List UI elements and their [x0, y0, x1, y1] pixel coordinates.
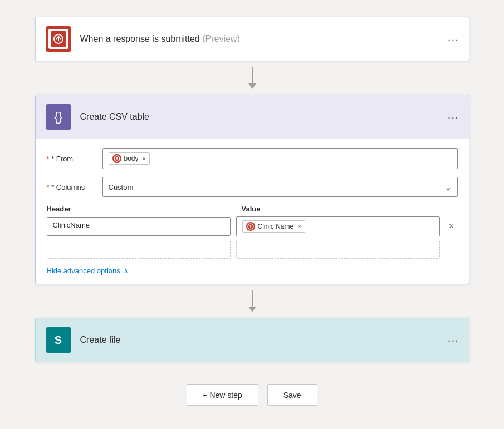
step2-block: {} Create CSV table ··· * * From	[35, 95, 469, 284]
from-tag-text: body	[124, 155, 139, 162]
step2-header[interactable]: {} Create CSV table ···	[36, 95, 469, 139]
header-empty-input[interactable]	[47, 240, 231, 259]
hide-advanced-chevron-icon: ∧	[124, 267, 128, 274]
arrow-line2	[252, 290, 253, 307]
value-tag-1-text: Clinic Name	[258, 223, 294, 230]
hide-advanced-link[interactable]: Hide advanced options ∧	[47, 267, 458, 275]
arrow-head1	[248, 83, 256, 89]
header-input-1[interactable]: ClinicName	[47, 217, 231, 236]
columns-header: Header Value	[47, 205, 458, 213]
variable-icon: {}	[54, 110, 62, 124]
columns-label-text: * Columns	[51, 183, 85, 191]
step1-title-text: When a response is submitted	[80, 34, 200, 43]
step3-title: Create file	[80, 335, 448, 345]
arrow-head2	[248, 307, 256, 312]
chevron-down-icon: ⌄	[444, 182, 452, 193]
columns-label: * * Columns	[47, 183, 102, 191]
value-tag-1-close[interactable]: ×	[297, 223, 301, 230]
step1-menu[interactable]: ···	[448, 33, 459, 46]
empty-row-spacer	[446, 240, 458, 259]
header-input-1-text: ClinicName	[53, 221, 90, 229]
from-tag-icon	[112, 154, 121, 163]
value-tag-1[interactable]: Clinic Name ×	[242, 220, 305, 233]
columns-row: * * Columns Custom ⌄	[47, 177, 458, 197]
connector2	[248, 284, 256, 318]
step3-header[interactable]: S Create file ···	[36, 318, 469, 362]
connector1	[248, 61, 256, 95]
step1-header[interactable]: When a response is submitted (Preview) ·…	[36, 17, 469, 61]
step2-title: Create CSV table	[80, 112, 448, 122]
from-label: * * From	[47, 155, 102, 163]
step1-icon	[46, 26, 71, 52]
hide-advanced-text: Hide advanced options	[47, 267, 120, 275]
columns-value: Custom	[109, 183, 134, 191]
step2-menu[interactable]: ···	[448, 111, 459, 124]
columns-section: Header Value ClinicName	[47, 205, 458, 259]
bottom-buttons: + New step Save	[187, 384, 317, 406]
step3-menu[interactable]: ···	[448, 334, 459, 347]
from-label-text: * From	[51, 155, 73, 163]
from-tag-close[interactable]: ×	[143, 155, 146, 162]
columns-select[interactable]: Custom ⌄	[102, 177, 458, 197]
column-row-1: ClinicName Clinic Name	[47, 216, 458, 236]
step1-preview: (Preview)	[202, 34, 240, 43]
step3-block: S Create file ···	[35, 318, 469, 362]
from-tag[interactable]: body ×	[109, 152, 150, 165]
value-empty-input[interactable]	[236, 240, 440, 259]
save-button[interactable]: Save	[267, 384, 317, 406]
header-col-label: Header	[47, 205, 236, 213]
step2-body: * * From body ×	[36, 139, 469, 284]
from-input[interactable]: body ×	[102, 148, 458, 169]
from-row: * * From body ×	[47, 148, 458, 169]
step2-icon: {}	[46, 104, 71, 130]
flow-container: When a response is submitted (Preview) ·…	[35, 17, 469, 406]
sharepoint-icon: S	[55, 334, 62, 347]
step1-title: When a response is submitted (Preview)	[80, 34, 448, 44]
new-step-button[interactable]: + New step	[187, 384, 258, 406]
row1-delete[interactable]: ×	[446, 221, 458, 231]
step1-block: When a response is submitted (Preview) ·…	[35, 17, 469, 61]
enterprise-svg	[51, 31, 66, 47]
arrow-line1	[252, 67, 253, 83]
step3-icon: S	[46, 327, 71, 353]
value-input-1[interactable]: Clinic Name ×	[236, 216, 440, 236]
value-col-label: Value	[242, 205, 458, 213]
column-row-empty	[47, 240, 458, 259]
value-tag-1-icon	[246, 222, 255, 231]
